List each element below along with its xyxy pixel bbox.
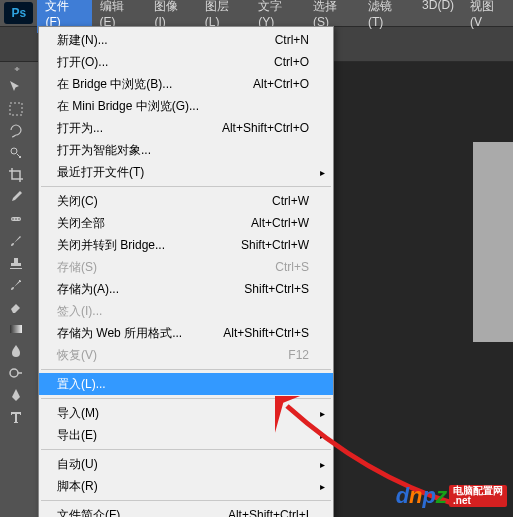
healing-tool[interactable] — [3, 208, 29, 230]
menu-item-5[interactable]: 打开为智能对象... — [39, 139, 333, 161]
menu-item-label: 置入(L)... — [57, 376, 309, 393]
menu-separator — [41, 186, 331, 187]
menu-item-shortcut: Ctrl+W — [272, 194, 309, 208]
svg-point-1 — [11, 148, 17, 154]
menu-item-label: 签入(I)... — [57, 303, 309, 320]
lasso-tool[interactable] — [3, 120, 29, 142]
menu-item-9[interactable]: 关闭全部Alt+Ctrl+W — [39, 212, 333, 234]
file-menu-dropdown: 新建(N)...Ctrl+N打开(O)...Ctrl+O在 Bridge 中浏览… — [38, 26, 334, 517]
quick-select-tool[interactable] — [3, 142, 29, 164]
menu-item-label: 存储为(A)... — [57, 281, 244, 298]
menu-item-17[interactable]: 置入(L)... — [39, 373, 333, 395]
menu-item-label: 存储(S) — [57, 259, 275, 276]
canvas-content — [473, 142, 513, 342]
menu-item-shortcut: Alt+Ctrl+O — [253, 77, 309, 91]
menu-8[interactable]: 视图(V — [462, 0, 513, 33]
menu-item-shortcut: Alt+Shift+Ctrl+O — [222, 121, 309, 135]
menu-item-25[interactable]: 文件简介(F)...Alt+Shift+Ctrl+I — [39, 504, 333, 517]
menu-item-shortcut: Alt+Shift+Ctrl+I — [228, 508, 309, 517]
menu-item-label: 关闭并转到 Bridge... — [57, 237, 241, 254]
marquee-tool[interactable] — [3, 98, 29, 120]
menu-item-shortcut: Shift+Ctrl+W — [241, 238, 309, 252]
menu-item-label: 最近打开文件(T) — [57, 164, 309, 181]
menu-item-shortcut: Alt+Ctrl+W — [251, 216, 309, 230]
menu-item-label: 导入(M) — [57, 405, 309, 422]
svg-point-5 — [18, 218, 20, 220]
menu-item-4[interactable]: 打开为...Alt+Shift+Ctrl+O — [39, 117, 333, 139]
menu-item-0[interactable]: 新建(N)...Ctrl+N — [39, 29, 333, 51]
menu-item-11: 存储(S)Ctrl+S — [39, 256, 333, 278]
menu-item-label: 存储为 Web 所用格式... — [57, 325, 223, 342]
eyedropper-tool[interactable] — [3, 186, 29, 208]
svg-rect-6 — [10, 325, 22, 333]
menu-item-19[interactable]: 导入(M) — [39, 402, 333, 424]
menu-item-12[interactable]: 存储为(A)...Shift+Ctrl+S — [39, 278, 333, 300]
menu-item-14[interactable]: 存储为 Web 所用格式...Alt+Shift+Ctrl+S — [39, 322, 333, 344]
menu-separator — [41, 449, 331, 450]
menu-item-13: 签入(I)... — [39, 300, 333, 322]
menu-item-shortcut: Ctrl+S — [275, 260, 309, 274]
menu-separator — [41, 500, 331, 501]
app-logo: Ps — [4, 2, 33, 24]
menubar: Ps 文件(F)编辑(E)图像(I)图层(L)文字(Y)选择(S)滤镜(T)3D… — [0, 0, 513, 26]
menu-item-label: 关闭全部 — [57, 215, 251, 232]
menu-item-10[interactable]: 关闭并转到 Bridge...Shift+Ctrl+W — [39, 234, 333, 256]
stamp-tool[interactable] — [3, 252, 29, 274]
menu-item-22[interactable]: 自动(U) — [39, 453, 333, 475]
move-tool[interactable] — [3, 76, 29, 98]
watermark-suffix-bottom: .net — [453, 496, 503, 506]
eraser-tool[interactable] — [3, 296, 29, 318]
blur-tool[interactable] — [3, 340, 29, 362]
menu-item-shortcut: Alt+Shift+Ctrl+S — [223, 326, 309, 340]
menu-item-1[interactable]: 打开(O)...Ctrl+O — [39, 51, 333, 73]
menu-item-15: 恢复(V)F12 — [39, 344, 333, 366]
menu-item-label: 打开为... — [57, 120, 222, 137]
svg-point-7 — [10, 369, 18, 377]
tools-panel — [0, 62, 32, 428]
menu-item-6[interactable]: 最近打开文件(T) — [39, 161, 333, 183]
menu-item-label: 文件简介(F)... — [57, 507, 228, 518]
menu-item-shortcut: Ctrl+N — [275, 33, 309, 47]
history-brush-tool[interactable] — [3, 274, 29, 296]
menu-item-shortcut: F12 — [288, 348, 309, 362]
menu-item-23[interactable]: 脚本(R) — [39, 475, 333, 497]
menu-item-label: 脚本(R) — [57, 478, 309, 495]
menu-item-8[interactable]: 关闭(C)Ctrl+W — [39, 190, 333, 212]
menu-item-2[interactable]: 在 Bridge 中浏览(B)...Alt+Ctrl+O — [39, 73, 333, 95]
menu-item-label: 关闭(C) — [57, 193, 272, 210]
brush-tool[interactable] — [3, 230, 29, 252]
menu-item-label: 导出(E) — [57, 427, 309, 444]
menu-item-label: 打开(O)... — [57, 54, 274, 71]
menu-item-shortcut: Shift+Ctrl+S — [244, 282, 309, 296]
menu-item-3[interactable]: 在 Mini Bridge 中浏览(G)... — [39, 95, 333, 117]
menu-item-label: 新建(N)... — [57, 32, 275, 49]
menu-6[interactable]: 滤镜(T) — [360, 0, 414, 33]
menu-item-shortcut: Ctrl+O — [274, 55, 309, 69]
svg-rect-0 — [10, 103, 22, 115]
tools-collapse-handle[interactable] — [5, 64, 27, 72]
menu-item-label: 打开为智能对象... — [57, 142, 309, 159]
menu-item-label: 恢复(V) — [57, 347, 288, 364]
menu-item-label: 自动(U) — [57, 456, 309, 473]
pen-tool[interactable] — [3, 384, 29, 406]
menu-item-label: 在 Bridge 中浏览(B)... — [57, 76, 253, 93]
type-tool[interactable] — [3, 406, 29, 428]
svg-point-3 — [12, 218, 14, 220]
dodge-tool[interactable] — [3, 362, 29, 384]
menu-item-label: 在 Mini Bridge 中浏览(G)... — [57, 98, 309, 115]
menu-7[interactable]: 3D(D) — [414, 0, 462, 33]
menu-separator — [41, 398, 331, 399]
watermark: dnpz 电脑配置网 .net — [396, 483, 507, 509]
menu-separator — [41, 369, 331, 370]
crop-tool[interactable] — [3, 164, 29, 186]
svg-point-4 — [15, 218, 17, 220]
menu-item-20[interactable]: 导出(E) — [39, 424, 333, 446]
gradient-tool[interactable] — [3, 318, 29, 340]
